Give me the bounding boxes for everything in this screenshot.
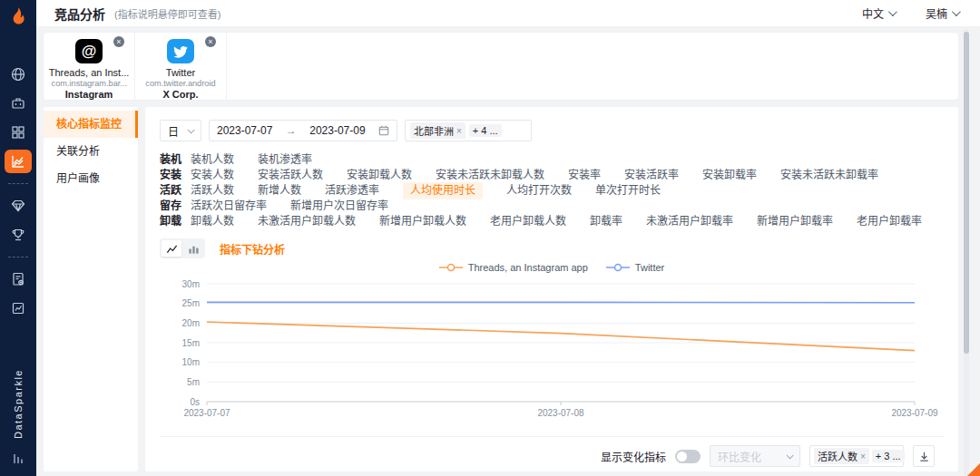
svg-text:20m: 20m [182,318,200,328]
date-range-arrow: → [286,124,297,137]
metric-chip[interactable]: 安装活跃人数 [258,168,323,183]
region-tag: 北部非洲 × [410,122,466,139]
metric-selector: 装机 装机人数装机渗透率 安装 安装人数安装活跃人数安装卸载人数安装未活跃未卸载… [160,152,944,229]
datasparkle-flame-logo[interactable] [8,6,28,31]
user-menu-dropdown[interactable]: 吴楠 [926,5,958,21]
date-end: 2023-07-09 [309,124,365,137]
bar-chart-toggle[interactable] [183,240,203,257]
metric-row-install-base: 装机 装机人数装机渗透率 [160,152,944,168]
sidebar-item-apps[interactable] [5,92,32,115]
metric-chip[interactable]: 安装卸载率 [702,168,757,183]
app-card-twitter[interactable]: × Twitter com.twitter.android X Corp. [135,33,227,100]
side-menu-item[interactable]: 用户画像 [44,165,138,192]
remove-tag-icon[interactable]: × [456,126,462,136]
legend-marker-icon [439,263,463,272]
metric-chip[interactable]: 安装活跃率 [624,168,679,183]
download-button[interactable] [913,445,935,467]
svg-text:5m: 5m [187,377,200,387]
svg-text:0s: 0s [190,397,200,407]
side-menu-item-label: 用户画像 [56,172,100,185]
side-menu-item[interactable]: 核心指标监控 [44,111,138,138]
metric-chip[interactable]: 新增用户卸载率 [757,214,833,229]
table-metric-tag-label: 活跃人数 [818,449,858,463]
core-metrics-panel: 日 2023-07-07 → 2023-07-09 北部非洲 × + 4 ...… [145,107,958,471]
report-icon [10,300,26,316]
vertical-scrollbar [964,29,969,476]
metric-row-retention: 留存 活跃次日留存率新增用户次日留存率 [160,199,944,214]
threads-app-icon: @ [75,39,103,63]
svg-text:10m: 10m [182,357,200,367]
metric-chip[interactable]: 活跃次日留存率 [191,199,267,214]
brand-vertical-text: DataSparkle [13,369,24,439]
show-change-toggle[interactable] [675,450,701,463]
app-package: com.instagram.bar... [51,78,126,87]
drilldown-link[interactable]: 指标下钻分析 [220,241,285,257]
legend-item[interactable]: Threads, an Instagram app [439,262,588,273]
table-metric-select[interactable]: 活跃人数 × + 3 ... [809,445,904,467]
sidebar-item-globe[interactable] [5,63,32,86]
metric-chip[interactable]: 装机渗透率 [258,152,312,168]
metric-row-installs: 安装 安装人数安装活跃人数安装卸载人数安装未活跃未卸载人数安装率安装活跃率安装卸… [160,168,944,183]
sidebar-item-competitive-analysis[interactable] [5,150,32,173]
collapse-sidebar-icon [11,452,25,466]
side-menu-item-label: 核心指标监控 [56,118,122,131]
svg-text:2023-07-07: 2023-07-07 [183,408,230,418]
metric-chip[interactable]: 卸载率 [590,214,622,229]
legend-label: Twitter [635,262,664,273]
calendar-icon [378,125,389,136]
metric-chip[interactable]: 安装卸载人数 [347,168,412,183]
svg-text:2023-07-09: 2023-07-09 [891,408,938,418]
sidebar-item-ranking[interactable] [5,223,32,247]
remove-app-icon[interactable]: × [113,36,124,47]
metric-chip[interactable]: 单次打开时长 [595,183,661,199]
period-select[interactable]: 日 [160,120,201,141]
metric-chip[interactable]: 老用户卸载率 [857,214,922,229]
remove-app-icon[interactable]: × [205,36,216,47]
filter-row: 日 2023-07-07 → 2023-07-09 北部非洲 × + 4 ... [160,120,944,141]
date-range-picker[interactable]: 2023-07-07 → 2023-07-09 [209,120,397,141]
side-menu-item[interactable]: 关联分析 [44,138,138,165]
app-card-threads[interactable]: × @ Threads, an Inst... com.instagram.ba… [44,33,135,100]
language-dropdown[interactable]: 中文 [862,5,895,21]
trophy-icon [10,227,26,243]
sidebar-item-report-settings[interactable] [5,267,32,291]
metric-chip[interactable]: 新增用户次日留存率 [290,199,388,214]
collapse-sidebar-button[interactable] [11,452,25,469]
scrollbar-thumb[interactable] [964,32,969,354]
metric-category: 活跃 [160,183,191,199]
line-chart-icon [166,243,178,255]
flame-icon [8,6,28,28]
metric-chip[interactable]: 卸载人数 [191,214,234,229]
twitter-app-icon [167,39,194,63]
metric-chip[interactable]: 新增用户卸载人数 [379,214,466,229]
remove-tag-icon[interactable]: × [860,452,866,461]
metric-chip[interactable]: 人均打开次数 [506,183,572,199]
sidebar-item-dashboard[interactable] [5,121,32,144]
sidebar-item-gem[interactable] [5,194,32,218]
metric-chip[interactable]: 安装未活跃未卸载人数 [436,168,544,183]
metric-chip[interactable]: 安装率 [568,168,601,183]
metric-chip[interactable]: 人均使用时长 [403,182,483,199]
chevron-down-icon [952,7,961,16]
metric-chip[interactable]: 安装未活跃未卸载率 [780,168,878,183]
metric-chip[interactable]: 装机人数 [191,152,234,168]
show-change-label: 显示变化指标 [601,449,666,464]
metric-chip[interactable]: 新增人数 [258,183,301,199]
metric-chip[interactable]: 活跃渗透率 [325,183,379,199]
region-tag-label: 北部非洲 [414,123,454,138]
metric-chip[interactable]: 未激活用户卸载率 [646,214,733,229]
compare-type-value: 环比变化 [718,449,761,464]
document-gear-icon [10,271,26,287]
line-chart-toggle[interactable] [162,240,181,257]
sidebar-item-report[interactable] [5,296,32,320]
app-publisher: Instagram [65,89,113,100]
metric-chip[interactable]: 老用户卸载人数 [490,214,566,229]
region-select[interactable]: 北部非洲 × + 4 ... [405,120,532,141]
metric-chip[interactable]: 活跃人数 [191,183,234,199]
icon-rail: DataSparkle [0,0,36,476]
legend-item[interactable]: Twitter [606,262,664,273]
metric-chip[interactable]: 未激活用户卸载人数 [258,214,356,229]
apps-grid-icon [10,124,26,141]
language-label: 中文 [862,5,884,21]
metric-chip[interactable]: 安装人数 [191,168,234,183]
